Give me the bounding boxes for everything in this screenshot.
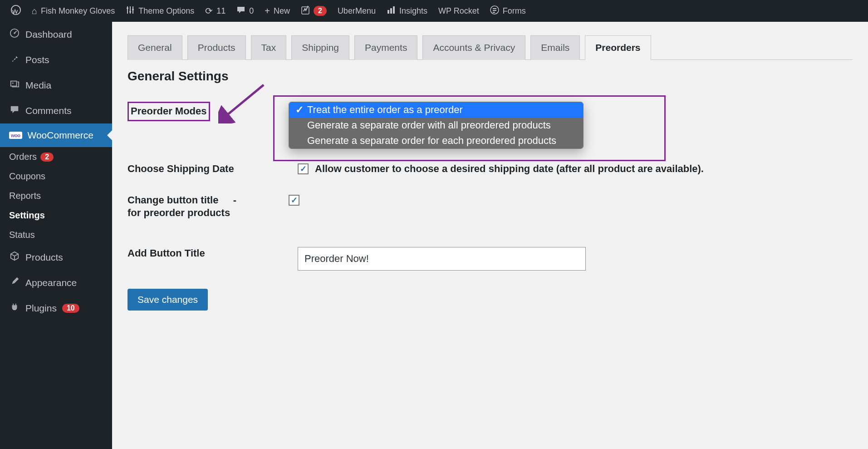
- svg-point-6: [132, 9, 134, 10]
- wordpress-icon: [11, 5, 21, 17]
- tab-shipping[interactable]: Shipping: [291, 35, 349, 60]
- sidebar-label: Status: [9, 230, 35, 240]
- ubermenu-label: UberMenu: [338, 6, 376, 16]
- comment-icon: [9, 104, 20, 117]
- bar-chart-icon: [387, 5, 396, 17]
- shipping-date-desc: Allow customer to choose a desired shipp…: [315, 163, 704, 176]
- forms-link[interactable]: Forms: [485, 0, 531, 22]
- dropdown-option-3[interactable]: Generate a separate order for each preor…: [289, 133, 583, 148]
- svg-rect-14: [493, 12, 495, 13]
- sidebar-item-woocommerce[interactable]: woo WooCommerce: [0, 123, 112, 147]
- sidebar-label: Settings: [9, 210, 45, 221]
- shipping-date-label: Choose Shipping Date: [128, 163, 273, 176]
- media-icon: [9, 79, 20, 92]
- home-icon: ⌂: [32, 6, 37, 16]
- refresh-link[interactable]: ⟳ 11: [200, 0, 231, 22]
- save-changes-button[interactable]: Save changes: [128, 289, 208, 311]
- comments-count: 0: [249, 6, 254, 16]
- tab-tax[interactable]: Tax: [251, 35, 287, 60]
- yoast-link[interactable]: 2: [295, 0, 332, 22]
- annotation-highlight-label: Preorder Modes: [128, 102, 210, 121]
- tab-payments[interactable]: Payments: [354, 35, 417, 60]
- svg-line-19: [225, 85, 264, 117]
- sidebar-item-products[interactable]: Products: [0, 245, 112, 270]
- svg-point-18: [12, 83, 14, 84]
- sidebar-label: Products: [25, 252, 63, 263]
- sidebar-item-dashboard[interactable]: Dashboard: [0, 22, 112, 47]
- tab-accounts[interactable]: Accounts & Privacy: [422, 35, 525, 60]
- page-heading: General Settings: [128, 69, 853, 84]
- tab-products[interactable]: Products: [187, 35, 246, 60]
- comments-link[interactable]: 0: [231, 0, 259, 22]
- add-button-title-input[interactable]: [298, 247, 586, 271]
- svg-rect-10: [393, 6, 395, 14]
- pin-icon: [9, 54, 20, 66]
- comment-icon: [236, 5, 245, 17]
- theme-options-label: Theme Options: [138, 6, 194, 16]
- dashboard-icon: [9, 28, 20, 41]
- theme-options-link[interactable]: Theme Options: [120, 0, 200, 22]
- ubermenu-link[interactable]: UberMenu: [332, 0, 381, 22]
- svg-rect-12: [493, 8, 496, 9]
- sidebar-label: Appearance: [25, 277, 77, 288]
- yoast-icon: [301, 5, 310, 17]
- insights-link[interactable]: Insights: [381, 0, 433, 22]
- sidebar-item-media[interactable]: Media: [0, 73, 112, 98]
- admin-bar: ⌂ Fish Monkey Gloves Theme Options ⟳ 11 …: [0, 0, 868, 22]
- sidebar-label: Media: [25, 80, 51, 91]
- sidebar-item-comments[interactable]: Comments: [0, 98, 112, 123]
- shipping-date-checkbox[interactable]: ✓: [298, 163, 309, 174]
- sidebar-label: WooCommerce: [28, 130, 93, 141]
- tab-general[interactable]: General: [128, 35, 182, 60]
- product-icon: [9, 251, 20, 264]
- brush-icon: [9, 276, 20, 289]
- settings-tabs: General Products Tax Shipping Payments A…: [128, 35, 853, 60]
- site-name: Fish Monkey Gloves: [41, 6, 115, 16]
- sidebar-label: Reports: [9, 191, 41, 201]
- sidebar-label: Dashboard: [25, 29, 72, 40]
- sidebar-label: Plugins: [25, 303, 57, 314]
- admin-sidebar: Dashboard Posts Media Comments woo WooCo…: [0, 22, 112, 324]
- wprocket-label: WP Rocket: [438, 6, 479, 16]
- add-button-title-label: Add Button Title: [128, 247, 273, 260]
- sidebar-label: Comments: [25, 105, 72, 116]
- refresh-icon: ⟳: [205, 5, 213, 16]
- tab-preorders[interactable]: Preorders: [585, 35, 651, 60]
- sidebar-item-plugins[interactable]: Plugins 10: [0, 296, 112, 321]
- svg-rect-17: [11, 81, 17, 86]
- sidebar-label: Coupons: [9, 171, 45, 182]
- sidebar-item-posts[interactable]: Posts: [0, 47, 112, 73]
- tab-emails[interactable]: Emails: [530, 35, 580, 60]
- svg-rect-13: [493, 10, 496, 11]
- yoast-badge: 2: [314, 6, 327, 16]
- preorder-modes-dropdown[interactable]: Treat the entire order as a preorder Gen…: [289, 102, 584, 149]
- insights-label: Insights: [399, 6, 427, 16]
- change-button-checkbox[interactable]: ✓: [289, 195, 299, 206]
- wprocket-link[interactable]: WP Rocket: [433, 0, 485, 22]
- sidebar-item-appearance[interactable]: Appearance: [0, 270, 112, 296]
- svg-point-4: [127, 7, 128, 9]
- sidebar-label: Orders: [9, 152, 37, 162]
- shipping-date-row: Choose Shipping Date ✓ Allow customer to…: [128, 163, 853, 176]
- plugins-badge: 10: [62, 304, 79, 313]
- new-link[interactable]: + New: [259, 0, 295, 22]
- wp-logo[interactable]: [5, 0, 26, 22]
- sidebar-label: Posts: [25, 54, 49, 65]
- site-name-link[interactable]: ⌂ Fish Monkey Gloves: [26, 0, 120, 22]
- new-label: New: [274, 6, 290, 16]
- plus-icon: +: [265, 6, 270, 16]
- sidebar-subitem-settings[interactable]: Settings: [0, 206, 112, 225]
- dropdown-option-2[interactable]: Generate a separate order with all preor…: [289, 118, 583, 133]
- plug-icon: [9, 302, 20, 315]
- forms-label: Forms: [503, 6, 526, 16]
- sidebar-subitem-reports[interactable]: Reports: [0, 186, 112, 206]
- sliders-icon: [126, 5, 135, 17]
- sidebar-subitem-orders[interactable]: Orders 2: [0, 147, 112, 167]
- sidebar-subitem-coupons[interactable]: Coupons: [0, 167, 112, 186]
- svg-point-16: [14, 32, 15, 34]
- dropdown-option-1[interactable]: Treat the entire order as a preorder: [289, 102, 583, 118]
- main-content: General Products Tax Shipping Payments A…: [112, 22, 868, 324]
- sidebar-subitem-status[interactable]: Status: [0, 225, 112, 245]
- forms-icon: [490, 5, 499, 17]
- svg-point-5: [129, 11, 131, 13]
